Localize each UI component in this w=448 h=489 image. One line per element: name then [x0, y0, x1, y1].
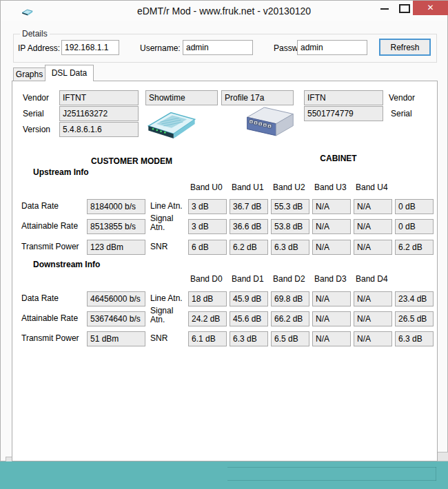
band-header: Band D4 [356, 274, 396, 284]
app-window: eDMT/r Mod - www.fruk.net - v20130120 ✕ … [0, 0, 448, 461]
band-value: N/A [312, 311, 351, 326]
band-value: N/A [354, 291, 392, 306]
band-value: N/A [312, 331, 351, 346]
band-value: 45.6 dB [230, 311, 268, 326]
username-input[interactable] [183, 40, 253, 55]
band-value: 18 dB [188, 291, 227, 306]
modem-version-label: Version [23, 125, 50, 134]
title-bar: eDMT/r Mod - www.fruk.net - v20130120 ✕ [1, 1, 447, 21]
band-value: 0 dB [395, 219, 434, 234]
row-label: Data Rate [21, 201, 59, 211]
band-header: Band D1 [232, 274, 272, 284]
modem-vendor-value: IFTNT [59, 90, 139, 105]
customer-modem-image [144, 106, 198, 141]
band-value: 6.3 dB [395, 331, 434, 346]
band-value: 26.5 dB [395, 311, 434, 326]
band-value: 36.6 dB [230, 219, 268, 234]
band-value: 6.5 dB [271, 331, 309, 346]
band-header: Band U2 [273, 183, 313, 192]
band-header: Band D0 [190, 274, 230, 284]
taskbar-translucency-line [227, 467, 436, 468]
band-value: 55.3 dB [271, 199, 309, 214]
band-value: 45.9 dB [230, 291, 268, 306]
band-value: 6 dB [188, 240, 227, 255]
band-value: N/A [354, 219, 392, 234]
band-header: Band U3 [314, 183, 354, 192]
cabinet-heading: CABINET [304, 154, 373, 163]
band-value: N/A [354, 199, 392, 214]
row-value: 46456000 b/s [87, 291, 145, 306]
band-value: 6.2 dB [230, 240, 268, 255]
band-value: 0 dB [395, 199, 434, 214]
band-value: 66.2 dB [271, 311, 309, 326]
band-header: Band U1 [232, 183, 272, 192]
line-status-value: Showtime [145, 90, 218, 105]
minimize-button[interactable] [377, 1, 394, 15]
customer-modem-heading: CUSTOMER MODEM [66, 156, 197, 166]
band-value: N/A [312, 199, 351, 214]
metric-label: Line Atn. [150, 293, 183, 303]
band-value: N/A [312, 219, 351, 234]
ip-address-input[interactable] [61, 40, 119, 55]
row-label: Attainable Rate [21, 313, 78, 323]
dsl-data-tabpage [12, 81, 438, 461]
ip-address-label: IP Address: [18, 43, 60, 53]
band-header: Band U4 [356, 183, 396, 192]
downstream-heading: Downstream Info [33, 260, 100, 269]
username-label: Username: [140, 43, 181, 53]
taskbar-translucency-line [227, 480, 436, 481]
band-value: 53.8 dB [271, 219, 309, 234]
row-value: 8184000 b/s [87, 199, 145, 214]
row-label: Attainable Rate [21, 221, 78, 231]
row-value: 8513855 b/s [87, 219, 145, 234]
band-value: 3 dB [188, 199, 227, 214]
cabinet-switch-image [242, 101, 297, 140]
upstream-heading: Upstream Info [33, 167, 89, 177]
taskbar-translucency-line [436, 467, 436, 481]
band-value: 6.3 dB [230, 331, 268, 346]
refresh-button[interactable]: Refresh [379, 39, 431, 56]
taskbar [0, 461, 448, 489]
metric-label: Signal Atn. [150, 306, 178, 324]
modem-version-value: 5.4.8.6.1.6 [59, 122, 139, 137]
desktop: eDMT/r Mod - www.fruk.net - v20130120 ✕ … [0, 0, 448, 489]
metric-label: Line Atn. [150, 201, 183, 211]
tab-dsl-data[interactable]: DSL Data [45, 65, 94, 81]
details-group-label: Details [20, 29, 50, 39]
tab-graphs[interactable]: Graphs [13, 67, 45, 81]
band-value: 36.7 dB [230, 199, 268, 214]
row-label: Transmit Power [21, 333, 79, 343]
band-value: 24.2 dB [188, 311, 227, 326]
metric-label: SNR [150, 333, 167, 343]
band-value: 6.3 dB [271, 240, 309, 255]
maximize-button[interactable] [395, 1, 411, 15]
band-value: 69.8 dB [271, 291, 309, 306]
band-value: N/A [354, 331, 392, 346]
close-button[interactable]: ✕ [413, 1, 448, 15]
band-value: 3 dB [188, 219, 227, 234]
modem-vendor-label: Vendor [23, 93, 49, 103]
metric-label: SNR [150, 242, 167, 251]
row-value: 51 dBm [87, 331, 145, 346]
band-header: Band D3 [314, 274, 354, 284]
metric-label: Signal Atn. [150, 214, 178, 232]
cabinet-vendor-label: Vendor [389, 93, 415, 103]
row-label: Data Rate [21, 293, 59, 303]
band-value: 23.4 dB [395, 291, 434, 306]
cabinet-serial-value: 5501774779 [304, 106, 383, 121]
modem-serial-value: J251163272 [59, 106, 139, 121]
band-value: N/A [354, 240, 392, 255]
row-value: 123 dBm [87, 240, 145, 255]
row-label: Transmit Power [21, 242, 79, 251]
password-input[interactable] [297, 40, 367, 55]
row-value: 53674640 b/s [87, 311, 145, 326]
band-value: 6.1 dB [188, 331, 227, 346]
band-header: Band D2 [273, 274, 313, 284]
band-value: N/A [312, 291, 351, 306]
band-value: 6.2 dB [395, 240, 434, 255]
band-header: Band U0 [190, 183, 230, 192]
band-value: N/A [354, 311, 392, 326]
cabinet-vendor-value: IFTN [304, 90, 383, 105]
modem-serial-label: Serial [23, 109, 44, 118]
cabinet-serial-label: Serial [391, 109, 412, 118]
